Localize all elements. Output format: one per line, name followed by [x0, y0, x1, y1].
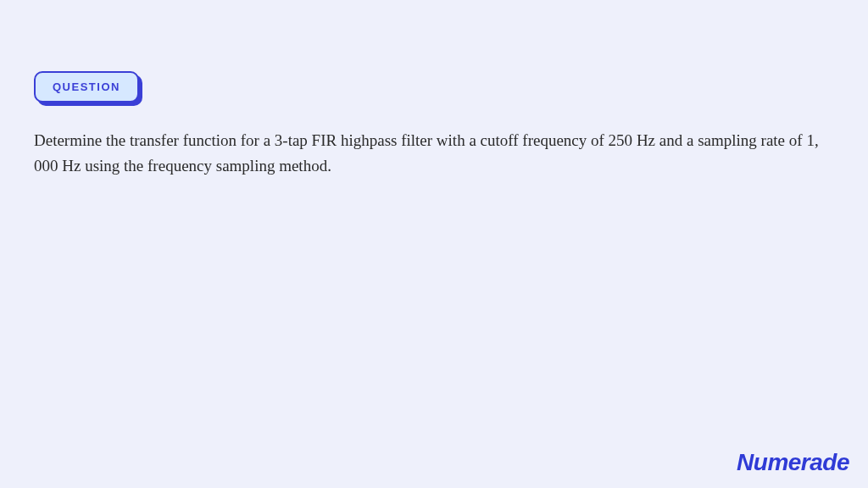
q-prefix: Determine the transfer function for a 3-…	[34, 131, 637, 149]
question-badge: QUESTION	[34, 71, 139, 103]
badge-label: QUESTION	[34, 71, 139, 103]
question-text: Determine the transfer function for a 3-…	[34, 128, 834, 180]
q-hz2: Hz	[62, 157, 81, 175]
brand-logo: Numerade	[737, 449, 849, 476]
content-area: QUESTION Determine the transfer function…	[0, 0, 868, 180]
q-hz1: Hz	[637, 131, 655, 149]
q-mid: and a sampling rate of	[655, 131, 806, 149]
q-suffix: using the frequency sampling method.	[81, 157, 331, 175]
